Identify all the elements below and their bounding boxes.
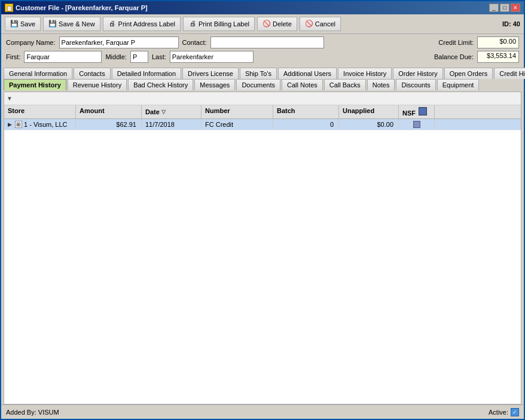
tab-credit-history[interactable]: Credit History — [494, 68, 525, 79]
cancel-button[interactable]: 🚫 Cancel — [300, 17, 341, 31]
delete-icon: 🚫 — [262, 20, 271, 28]
col-header-store: Store — [4, 105, 76, 118]
tabs-row-1: General Information Contacts Detailed In… — [1, 68, 524, 79]
form-row-1: Company Name: Contact: Credit Limit: $0.… — [6, 36, 519, 48]
window-title: Customer File - [Parekenfarker, Farquar … — [16, 4, 148, 11]
save-new-icon: 💾 — [48, 20, 57, 28]
toolbar: 💾 Save 💾 Save & New 🖨 Print Address Labe… — [1, 14, 524, 34]
credit-info: Credit Limit: $0.00 — [438, 36, 519, 48]
last-label: Last: — [152, 53, 166, 60]
cell-date: 11/7/2018 — [142, 119, 202, 130]
credit-limit-value: $0.00 — [477, 36, 519, 48]
nsf-grid-icon[interactable] — [419, 107, 427, 115]
expand-button[interactable]: ⊞ — [15, 121, 22, 128]
tabs-row-2: Payment History Revenue History Bad Chec… — [1, 79, 524, 90]
middle-initial-input[interactable] — [130, 51, 148, 63]
added-by-info: Added By: VISUM — [6, 409, 59, 416]
title-bar-left: 📋 Customer File - [Parekenfarker, Farqua… — [5, 4, 148, 12]
content-area: ▼ Store Amount Date ▽ Number Batch Unapp… — [4, 92, 521, 404]
tab-notes[interactable]: Notes — [367, 79, 395, 90]
tab-discounts[interactable]: Discounts — [396, 79, 435, 90]
save-icon: 💾 — [10, 20, 19, 28]
print-address-icon: 🖨 — [108, 20, 117, 28]
cell-batch: 0 — [273, 119, 339, 130]
last-name-input[interactable] — [170, 51, 254, 63]
active-label: Active: — [489, 409, 508, 416]
tab-additional-users[interactable]: Additional Users — [278, 68, 337, 79]
cell-amount: $62.91 — [76, 119, 142, 130]
tab-detailed-information[interactable]: Detailed Information — [112, 68, 181, 79]
filter-icon: ▼ — [7, 95, 13, 102]
record-id: ID: 40 — [502, 20, 520, 28]
added-by-label: Added By: — [6, 409, 36, 416]
tab-drivers-license[interactable]: Drivers License — [182, 68, 239, 79]
delete-button[interactable]: 🚫 Delete — [257, 17, 297, 31]
tab-payment-history[interactable]: Payment History — [4, 79, 66, 90]
print-billing-icon: 🖨 — [188, 20, 197, 28]
sort-date-icon: ▽ — [161, 109, 166, 115]
balance-due-label: Balance Due: — [434, 53, 474, 60]
middle-label: Middle: — [105, 53, 126, 60]
credit-limit-label: Credit Limit: — [438, 39, 474, 46]
active-checkbox[interactable]: ✓ — [511, 408, 519, 416]
company-name-label: Company Name: — [6, 39, 56, 46]
tab-order-history[interactable]: Order History — [393, 68, 442, 79]
filter-bar: ▼ — [4, 92, 521, 105]
cell-number: FC Credit — [202, 119, 273, 130]
col-header-nsf: NSF — [399, 105, 435, 118]
active-status: Active: ✓ — [489, 408, 519, 416]
tab-call-backs[interactable]: Call Backs — [324, 79, 366, 90]
tab-invoice-history[interactable]: Invoice History — [338, 68, 392, 79]
save-new-button[interactable]: 💾 Save & New — [43, 17, 100, 31]
contact-input[interactable] — [210, 36, 324, 48]
minimize-button[interactable]: _ — [489, 4, 499, 12]
tab-bad-check-history[interactable]: Bad Check History — [128, 79, 193, 90]
added-by-value: VISUM — [38, 409, 59, 416]
cell-unapplied: $0.00 — [339, 119, 399, 130]
table-header: Store Amount Date ▽ Number Batch Unappli… — [4, 105, 521, 119]
balance-due-value: $3,553.14 — [477, 51, 519, 63]
tab-call-notes[interactable]: Call Notes — [282, 79, 323, 90]
title-bar: 📋 Customer File - [Parekenfarker, Farqua… — [1, 1, 524, 14]
col-header-number: Number — [202, 105, 273, 118]
app-icon: 📋 — [5, 4, 13, 12]
col-header-unapplied: Unapplied — [339, 105, 399, 118]
table-row[interactable]: ▶ ⊞ 1 - Visum, LLC $62.91 11/7/2018 FC C… — [4, 119, 521, 130]
tab-ship-tos[interactable]: Ship To's — [240, 68, 277, 79]
col-header-batch: Batch — [273, 105, 339, 118]
tab-contacts[interactable]: Contacts — [74, 68, 110, 79]
form-area: Company Name: Contact: Credit Limit: $0.… — [1, 34, 524, 68]
maximize-button[interactable]: □ — [500, 4, 509, 12]
row-nsf-icon — [413, 121, 420, 128]
save-button[interactable]: 💾 Save — [5, 17, 41, 31]
tab-general-information[interactable]: General Information — [4, 68, 72, 79]
tab-messages[interactable]: Messages — [194, 79, 235, 90]
close-button[interactable]: ✕ — [511, 4, 520, 12]
first-label: First: — [6, 53, 20, 60]
tab-documents[interactable]: Documents — [236, 79, 280, 90]
col-header-date[interactable]: Date ▽ — [142, 105, 202, 118]
cancel-icon: 🚫 — [305, 20, 313, 28]
tab-open-orders[interactable]: Open Orders — [444, 68, 493, 79]
title-buttons: _ □ ✕ — [489, 4, 520, 12]
balance-info: Balance Due: $3,553.14 — [434, 51, 519, 63]
status-bar: Added By: VISUM Active: ✓ — [1, 404, 524, 419]
company-name-input[interactable] — [59, 36, 179, 48]
form-row-2: First: Middle: Last: Balance Due: $3,553… — [6, 51, 519, 63]
col-header-amount: Amount — [76, 105, 142, 118]
contact-label: Contact: — [182, 39, 207, 46]
print-address-button[interactable]: 🖨 Print Address Label — [103, 17, 181, 31]
print-billing-button[interactable]: 🖨 Print Billing Label — [183, 17, 255, 31]
cell-nsf — [399, 119, 435, 130]
tab-revenue-history[interactable]: Revenue History — [68, 79, 127, 90]
first-name-input[interactable] — [24, 51, 102, 63]
cell-store: ▶ ⊞ 1 - Visum, LLC — [4, 119, 76, 130]
tab-equipment[interactable]: Equipment — [437, 79, 480, 90]
main-window: 📋 Customer File - [Parekenfarker, Farqua… — [0, 0, 525, 420]
row-expand-arrow: ▶ — [8, 121, 12, 127]
